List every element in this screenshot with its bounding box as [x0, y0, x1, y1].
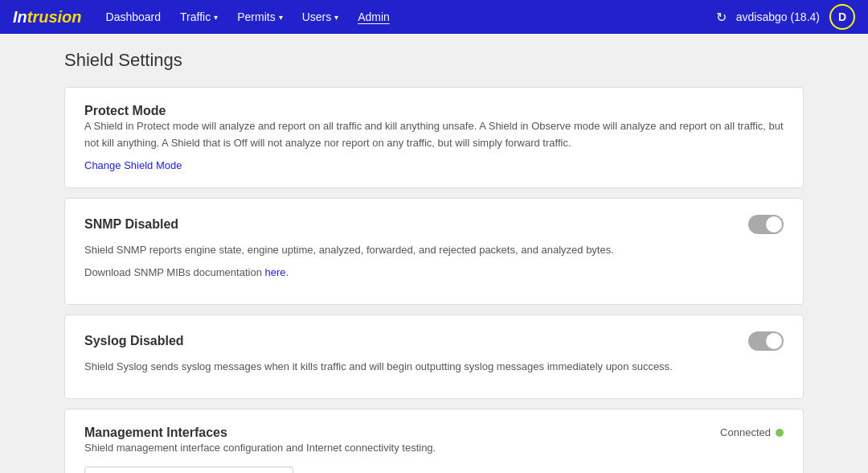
nav-dashboard[interactable]: Dashboard — [98, 4, 170, 30]
syslog-title: Syslog Disabled — [84, 334, 184, 348]
mgmt-description: Shield management interface configuratio… — [84, 440, 784, 457]
connected-dot-icon — [776, 429, 784, 437]
nav-permits-label: Permits — [237, 10, 275, 23]
brand-in: In — [13, 8, 27, 26]
chevron-down-icon: ▾ — [214, 13, 218, 22]
interface-select[interactable]: eno1 MAC: 2C:EA:7F:D7:4E:CE ▾ — [84, 467, 293, 473]
snmp-title: SNMP Disabled — [84, 217, 178, 232]
user-avatar[interactable]: D — [829, 4, 855, 30]
nav-users-label: Users — [302, 10, 332, 23]
chevron-down-icon: ▾ — [334, 13, 338, 22]
snmp-toggle[interactable] — [748, 215, 784, 234]
navbar: Intrusion Dashboard Traffic ▾ Permits ▾ … — [0, 0, 868, 34]
user-info: avdisabgo (18.4) — [736, 10, 820, 23]
interface-row: eno1 MAC: 2C:EA:7F:D7:4E:CE ▾ Change Int… — [84, 467, 784, 473]
connected-badge: Connected — [720, 426, 784, 438]
nav-users[interactable]: Users ▾ — [294, 4, 347, 30]
nav-permits[interactable]: Permits ▾ — [229, 4, 290, 30]
snmp-mibs-link[interactable]: here — [264, 266, 285, 278]
brand-trusion: trusion — [27, 8, 82, 26]
syslog-description: Shield Syslog sends syslog messages when… — [84, 359, 784, 376]
snmp-download-text: Download SNMP MIBs documentation here. — [84, 265, 784, 282]
brand-logo: Intrusion — [13, 8, 82, 27]
page-title: Shield Settings — [64, 50, 804, 71]
nav-admin[interactable]: Admin — [350, 4, 398, 30]
protect-mode-card: Protect Mode A Shield in Protect mode wi… — [64, 87, 804, 188]
snmp-card-header: SNMP Disabled — [84, 215, 784, 234]
syslog-card-header: Syslog Disabled — [84, 331, 784, 351]
connected-label: Connected — [720, 426, 771, 438]
change-shield-mode-link[interactable]: Change Shield Mode — [84, 159, 182, 171]
management-interfaces-card: Management Interfaces Connected Shield m… — [64, 409, 804, 473]
snmp-description: Shield SNMP reports engine state, engine… — [84, 242, 784, 259]
mgmt-title: Management Interfaces — [84, 426, 227, 440]
mgmt-header: Management Interfaces Connected — [84, 426, 784, 440]
navbar-right: ↻ avdisabgo (18.4) D — [716, 4, 855, 30]
nav-traffic[interactable]: Traffic ▾ — [172, 4, 226, 30]
snmp-card: SNMP Disabled Shield SNMP reports engine… — [64, 198, 804, 306]
protect-mode-description: A Shield in Protect mode will analyze an… — [84, 118, 784, 152]
syslog-card: Syslog Disabled Shield Syslog sends sysl… — [64, 315, 804, 399]
protect-mode-title: Protect Mode — [84, 104, 784, 118]
nav-traffic-label: Traffic — [180, 10, 211, 23]
syslog-toggle[interactable] — [748, 331, 784, 351]
chevron-down-icon: ▾ — [279, 13, 283, 22]
main-content: Shield Settings Protect Mode A Shield in… — [0, 34, 868, 473]
refresh-icon[interactable]: ↻ — [716, 10, 727, 25]
